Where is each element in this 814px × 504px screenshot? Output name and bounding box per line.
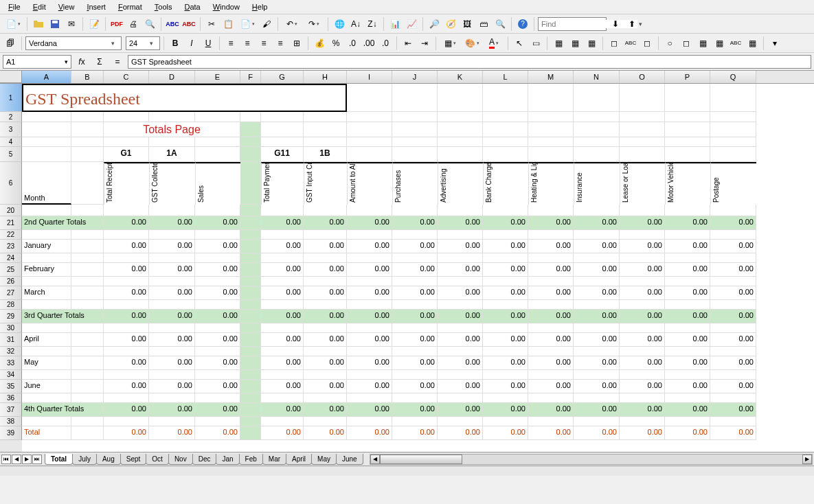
cell-O5[interactable]	[620, 147, 665, 162]
cell-N5[interactable]	[574, 147, 620, 162]
cell-N6[interactable]: Insurance	[574, 162, 620, 205]
cell-D32[interactable]	[149, 347, 195, 356]
cell-G23[interactable]: 0.00	[261, 240, 304, 253]
cell-A39[interactable]: Total	[22, 426, 71, 440]
cell-O1[interactable]	[620, 84, 665, 112]
row-header-4[interactable]: 4	[0, 137, 22, 147]
cell-C2[interactable]	[104, 112, 149, 122]
cell-I36[interactable]	[347, 393, 392, 403]
cell-K28[interactable]	[438, 300, 483, 310]
bold-button[interactable]: B	[168, 36, 183, 51]
column-header-N[interactable]: N	[574, 71, 620, 83]
cell-N33[interactable]: 0.00	[574, 356, 620, 370]
cell-O20[interactable]	[620, 205, 665, 216]
cell-A2[interactable]	[22, 112, 71, 122]
cell-E26[interactable]	[195, 277, 240, 286]
cell-B5[interactable]	[71, 147, 104, 162]
select-all-corner[interactable]	[0, 71, 22, 83]
cell-H27[interactable]: 0.00	[304, 286, 347, 300]
export-pdf-button[interactable]: PDF	[109, 16, 124, 32]
cell-N34[interactable]	[574, 370, 620, 380]
align-left-button[interactable]: ≡	[223, 36, 238, 51]
cell-F2[interactable]	[240, 112, 261, 122]
cell-G36[interactable]	[261, 393, 304, 403]
cell-P6[interactable]: Motor Vehicle Expense	[665, 162, 710, 205]
cell-L24[interactable]	[483, 253, 528, 263]
sheet-tab-june[interactable]: June	[336, 454, 363, 465]
cell-D34[interactable]	[149, 370, 195, 380]
cell-F39[interactable]	[240, 426, 261, 440]
cell-M39[interactable]: 0.00	[528, 426, 574, 440]
cell-K37[interactable]: 0.00	[438, 403, 483, 417]
cell-Q38[interactable]	[710, 417, 756, 426]
cell-L33[interactable]: 0.00	[483, 356, 528, 370]
cell-E33[interactable]: 0.00	[195, 356, 240, 370]
cell-D23[interactable]: 0.00	[149, 240, 195, 253]
cell-Q22[interactable]	[710, 230, 756, 240]
cell-O2[interactable]	[620, 112, 665, 122]
cell-N1[interactable]	[574, 84, 620, 112]
cell-G27[interactable]: 0.00	[261, 286, 304, 300]
cell-M29[interactable]: 0.00	[528, 310, 574, 323]
cell-B33[interactable]	[71, 356, 104, 370]
cell-E34[interactable]	[195, 370, 240, 380]
cell-F24[interactable]	[240, 253, 261, 263]
cell-O24[interactable]	[620, 253, 665, 263]
cell-I32[interactable]	[347, 347, 392, 356]
cell-H28[interactable]	[304, 300, 347, 310]
cell-J4[interactable]	[392, 137, 438, 147]
cell-L26[interactable]	[483, 277, 528, 286]
cell-A3[interactable]	[22, 122, 71, 137]
cell-O3[interactable]	[620, 122, 665, 137]
cell-J33[interactable]: 0.00	[392, 356, 438, 370]
cell-L34[interactable]	[483, 370, 528, 380]
cell-A25[interactable]: February	[22, 263, 71, 277]
cell-B30[interactable]	[71, 323, 104, 333]
cell-I26[interactable]	[347, 277, 392, 286]
cell-K23[interactable]: 0.00	[438, 240, 483, 253]
cell-D26[interactable]	[149, 277, 195, 286]
cell-N26[interactable]	[574, 277, 620, 286]
gallery-button[interactable]: 🖼	[460, 16, 475, 32]
cell-J25[interactable]: 0.00	[392, 263, 438, 277]
cell-A6[interactable]: Month	[22, 162, 71, 205]
cell-N36[interactable]	[574, 393, 620, 403]
redo-button[interactable]: ↷	[304, 16, 324, 32]
cell-F3[interactable]	[240, 122, 261, 137]
scroll-right-button[interactable]: ▶	[802, 455, 812, 464]
underline-button[interactable]: U	[201, 36, 216, 51]
cell-P20[interactable]	[665, 205, 710, 216]
row-header-32[interactable]: 32	[0, 347, 22, 356]
cell-M32[interactable]	[528, 347, 574, 356]
cell-C38[interactable]	[104, 417, 149, 426]
cell-L32[interactable]	[483, 347, 528, 356]
cell-H23[interactable]: 0.00	[304, 240, 347, 253]
column-header-I[interactable]: I	[347, 71, 392, 83]
menu-data[interactable]: Data	[179, 1, 205, 12]
undo-button[interactable]: ↶	[282, 16, 302, 32]
cell-M30[interactable]	[528, 323, 574, 333]
cell-P4[interactable]	[665, 137, 710, 147]
cell-F21[interactable]	[240, 216, 261, 230]
control5-button[interactable]: ◻	[679, 36, 694, 51]
cell-N37[interactable]: 0.00	[574, 403, 620, 417]
cell-J36[interactable]	[392, 393, 438, 403]
cell-L23[interactable]: 0.00	[483, 240, 528, 253]
cell-A37[interactable]: 4th Quarter Totals	[22, 403, 104, 417]
cell-E20[interactable]	[195, 205, 240, 216]
cell-J2[interactable]	[392, 112, 438, 122]
cell-D31[interactable]: 0.00	[149, 333, 195, 347]
row-header-34[interactable]: 34	[0, 370, 22, 380]
cell-D2[interactable]	[149, 112, 195, 122]
cell-J5[interactable]	[392, 147, 438, 162]
align-center-button[interactable]: ≡	[240, 36, 255, 51]
cell-N3[interactable]	[574, 122, 620, 137]
cell-F38[interactable]	[240, 417, 261, 426]
cell-J35[interactable]: 0.00	[392, 380, 438, 393]
cell-P31[interactable]: 0.00	[665, 333, 710, 347]
control8-button[interactable]: ABC	[728, 36, 743, 51]
cell-M27[interactable]: 0.00	[528, 286, 574, 300]
cell-B25[interactable]	[71, 263, 104, 277]
remove-decimal-button[interactable]: .0	[378, 36, 393, 51]
cell-N32[interactable]	[574, 347, 620, 356]
